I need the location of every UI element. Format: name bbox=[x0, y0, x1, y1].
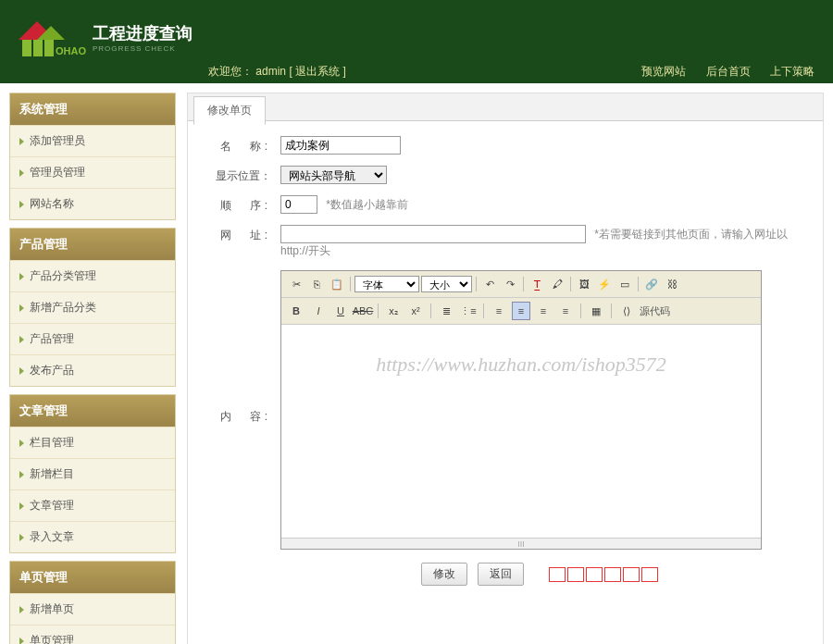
tab-edit-page[interactable]: 修改单页 bbox=[193, 96, 266, 125]
sidebar-item[interactable]: 添加管理员 bbox=[10, 125, 175, 156]
sidebar-item-label: 网站名称 bbox=[30, 196, 74, 212]
input-name[interactable] bbox=[280, 136, 401, 155]
sidebar-item[interactable]: 发布产品 bbox=[10, 354, 175, 386]
svg-rect-2 bbox=[22, 40, 31, 56]
back-button[interactable]: 返回 bbox=[478, 563, 524, 586]
sup-icon[interactable]: x² bbox=[406, 302, 425, 320]
triangle-icon bbox=[19, 304, 24, 312]
logo-icon: OHAO bbox=[9, 14, 88, 60]
ul-icon[interactable]: ⋮≡ bbox=[459, 302, 478, 320]
paste-icon[interactable]: 📋 bbox=[328, 275, 346, 293]
sidebar-head: 文章管理 bbox=[10, 395, 175, 427]
sidebar-item[interactable]: 文章管理 bbox=[10, 489, 175, 521]
source-label[interactable]: 源代码 bbox=[640, 304, 670, 318]
input-url[interactable] bbox=[280, 225, 586, 243]
username: admin bbox=[255, 65, 286, 78]
redbox[interactable] bbox=[604, 567, 621, 582]
italic-icon[interactable]: I bbox=[309, 302, 328, 320]
sidebar-item-label: 单页管理 bbox=[30, 633, 74, 644]
redbox[interactable] bbox=[641, 567, 658, 582]
cut-icon[interactable]: ✂ bbox=[287, 275, 305, 293]
source-icon[interactable]: ⟨⟩ bbox=[617, 302, 636, 320]
unlink-icon[interactable]: ⛓ bbox=[663, 275, 681, 293]
triangle-icon bbox=[19, 138, 24, 145]
sidebar-item-label: 管理员管理 bbox=[30, 165, 85, 180]
welcome-prefix: 欢迎您： bbox=[208, 65, 253, 78]
sidebar-item-label: 新增栏目 bbox=[30, 466, 74, 482]
label-position: 显示位置： bbox=[216, 166, 280, 184]
ol-icon[interactable]: ≣ bbox=[437, 302, 455, 320]
editor-toolbar-2: B I U ABC x₂ x² ≣ ⋮≡ ≡ ≡ bbox=[281, 298, 761, 325]
sidebar-item[interactable]: 新增产品分类 bbox=[10, 291, 175, 323]
sidebar-item[interactable]: 栏目管理 bbox=[10, 427, 175, 458]
triangle-icon bbox=[19, 440, 24, 447]
redbox[interactable] bbox=[567, 567, 584, 582]
sidebar-head: 系统管理 bbox=[10, 93, 175, 125]
editor-toolbar-1: ✂ ⎘ 📋 字体 大小 ↶ ↷ T̲ 🖍 bbox=[281, 271, 761, 298]
editor-scrollbar[interactable]: III bbox=[281, 538, 761, 549]
underline-icon[interactable]: U bbox=[331, 302, 350, 320]
align-left-icon[interactable]: ≡ bbox=[490, 302, 508, 320]
sidebar-item[interactable]: 单页管理 bbox=[10, 625, 175, 644]
nav-policy[interactable]: 上下策略 bbox=[770, 65, 814, 78]
sidebar-item[interactable]: 管理员管理 bbox=[10, 156, 175, 188]
triangle-icon bbox=[19, 502, 24, 510]
logout-link[interactable]: [ 退出系统 ] bbox=[289, 65, 345, 78]
select-position[interactable]: 网站头部导航 bbox=[280, 166, 387, 184]
redbox[interactable] bbox=[549, 567, 566, 582]
logo-area: OHAO 工程进度查询 PROGRESS CHECK bbox=[9, 14, 193, 60]
undo-icon[interactable]: ↶ bbox=[480, 275, 499, 293]
triangle-icon bbox=[19, 606, 24, 613]
sidebar-item[interactable]: 新增栏目 bbox=[10, 458, 175, 489]
sidebar-item[interactable]: 新增单页 bbox=[10, 593, 175, 625]
header: OHAO 工程进度查询 PROGRESS CHECK 欢迎您： admin [ … bbox=[0, 0, 833, 83]
sidebar-item[interactable]: 录入文章 bbox=[10, 521, 175, 552]
triangle-icon bbox=[19, 273, 24, 280]
nav-home[interactable]: 后台首页 bbox=[706, 65, 751, 78]
svg-text:OHAO: OHAO bbox=[56, 45, 86, 56]
welcome-text: 欢迎您： admin [ 退出系统 ] bbox=[208, 64, 346, 80]
font-select[interactable]: 字体 bbox=[354, 276, 419, 292]
label-content: 内 容: bbox=[216, 270, 280, 425]
size-select[interactable]: 大小 bbox=[421, 276, 472, 292]
hint-order: *数值越小越靠前 bbox=[326, 198, 408, 211]
triangle-icon bbox=[19, 534, 24, 541]
triangle-icon bbox=[19, 201, 24, 208]
app-title: 工程进度查询 bbox=[93, 22, 193, 44]
align-justify-icon[interactable]: ≡ bbox=[556, 302, 575, 320]
sidebar-item-label: 新增单页 bbox=[30, 601, 74, 617]
sub-icon[interactable]: x₂ bbox=[384, 302, 403, 320]
sidebar-item[interactable]: 产品分类管理 bbox=[10, 260, 175, 291]
svg-rect-4 bbox=[44, 40, 54, 56]
triangle-icon bbox=[19, 336, 24, 343]
redo-icon[interactable]: ↷ bbox=[501, 275, 519, 293]
layout-icon[interactable]: ▭ bbox=[615, 275, 634, 293]
label-url: 网 址: bbox=[216, 225, 280, 243]
copy-icon[interactable]: ⎘ bbox=[307, 275, 326, 293]
editor-body[interactable]: https://www.huzhan.com/ishop3572 bbox=[281, 325, 761, 538]
bold-icon[interactable]: B bbox=[287, 302, 305, 320]
redbox[interactable] bbox=[623, 567, 640, 582]
sidebar-head: 单页管理 bbox=[10, 562, 175, 593]
tab-bar: 修改单页 bbox=[188, 93, 823, 121]
watermark: https://www.huzhan.com/ishop3572 bbox=[281, 353, 761, 377]
input-order[interactable] bbox=[280, 195, 317, 214]
sidebar: 系统管理添加管理员管理员管理网站名称产品管理产品分类管理新增产品分类产品管理发布… bbox=[9, 93, 176, 644]
table-icon[interactable]: ▦ bbox=[587, 302, 605, 320]
bgcolor-icon[interactable]: 🖍 bbox=[548, 275, 566, 293]
textcolor-icon[interactable]: T̲ bbox=[528, 275, 546, 293]
redbox[interactable] bbox=[586, 567, 603, 582]
triangle-icon bbox=[19, 367, 24, 375]
align-right-icon[interactable]: ≡ bbox=[534, 302, 553, 320]
link-icon[interactable]: 🔗 bbox=[642, 275, 661, 293]
sidebar-item[interactable]: 网站名称 bbox=[10, 188, 175, 219]
nav-preview[interactable]: 预览网站 bbox=[641, 65, 686, 78]
flash-icon[interactable]: ⚡ bbox=[595, 275, 614, 293]
image-icon[interactable]: 🖼 bbox=[575, 275, 593, 293]
svg-rect-3 bbox=[33, 40, 43, 56]
submit-button[interactable]: 修改 bbox=[421, 563, 467, 586]
align-center-icon[interactable]: ≡ bbox=[512, 302, 530, 320]
sidebar-item[interactable]: 产品管理 bbox=[10, 323, 175, 354]
strike-icon[interactable]: ABC bbox=[354, 302, 372, 320]
sidebar-item-label: 新增产品分类 bbox=[30, 300, 96, 316]
